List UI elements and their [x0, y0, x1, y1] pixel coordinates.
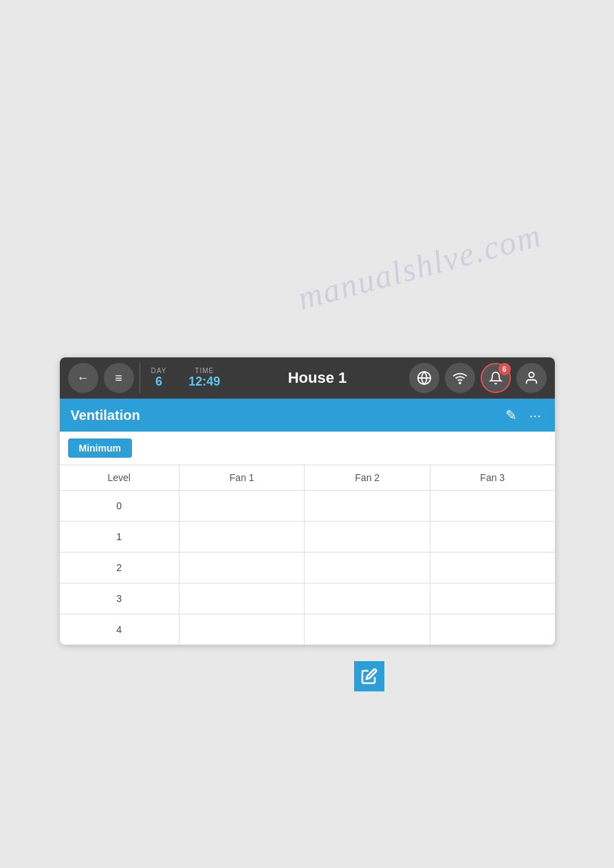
globe-button[interactable]	[409, 363, 439, 393]
house-title: House 1	[231, 369, 403, 387]
table-header-row: Level Fan 1 Fan 2 Fan 3	[60, 465, 555, 491]
time-label: TIME	[195, 367, 214, 375]
tab-row: Minimum	[60, 432, 555, 465]
more-button[interactable]: ···	[527, 406, 544, 425]
top-bar-icons: 6	[409, 363, 547, 393]
fan1-4[interactable]	[179, 614, 305, 645]
fan1-0[interactable]	[179, 491, 305, 522]
fan2-3[interactable]	[305, 583, 430, 614]
day-block: DAY 6	[146, 367, 173, 389]
table-row: 3	[60, 583, 555, 614]
notification-button[interactable]: 6	[481, 363, 511, 393]
fan2-4[interactable]	[305, 614, 430, 645]
table-row: 2	[60, 553, 555, 583]
fan2-0[interactable]	[305, 491, 430, 522]
user-button[interactable]	[516, 363, 547, 393]
section-header: Ventilation ✎ ···	[60, 399, 555, 432]
level-4: 4	[60, 614, 179, 645]
level-3: 3	[60, 583, 179, 614]
fan3-2[interactable]	[430, 553, 554, 583]
svg-point-2	[459, 382, 461, 383]
day-time-wrapper: DAY 6 TIME 12:49	[146, 367, 226, 389]
svg-point-3	[529, 372, 534, 377]
edit-button[interactable]: ✎	[503, 405, 520, 425]
time-value: 12:49	[188, 375, 220, 389]
level-1: 1	[60, 522, 179, 553]
ventilation-table: Level Fan 1 Fan 2 Fan 3 0 1	[60, 465, 555, 645]
day-value: 6	[155, 375, 162, 389]
fan3-3[interactable]	[430, 583, 554, 614]
level-2: 2	[60, 553, 179, 583]
wifi-button[interactable]	[445, 363, 475, 393]
notification-badge: 6	[498, 363, 511, 375]
table-row: 4	[60, 614, 555, 645]
fan3-0[interactable]	[430, 491, 554, 522]
device-container: ← ≡ DAY 6 TIME 12:49 House 1	[60, 357, 555, 645]
day-label: DAY	[151, 367, 167, 375]
fan2-2[interactable]	[305, 553, 430, 583]
fan1-3[interactable]	[179, 583, 305, 614]
menu-button[interactable]: ≡	[104, 363, 134, 393]
fan2-1[interactable]	[305, 522, 430, 553]
watermark: manualshlve.com	[294, 216, 546, 317]
fan3-1[interactable]	[430, 522, 554, 553]
top-bar: ← ≡ DAY 6 TIME 12:49 House 1	[60, 357, 555, 399]
divider	[140, 363, 140, 393]
table-row: 1	[60, 522, 555, 553]
level-0: 0	[60, 491, 179, 522]
page-wrapper: manualshlve.com ← ≡ DAY 6 TIME 12:49 Hou…	[0, 0, 614, 868]
table-row: 0	[60, 491, 555, 522]
edit-icon-box[interactable]	[354, 661, 384, 691]
col-fan3: Fan 3	[430, 465, 554, 491]
back-button[interactable]: ←	[68, 363, 98, 393]
tab-minimum[interactable]: Minimum	[68, 438, 132, 458]
fan1-2[interactable]	[179, 553, 305, 583]
section-actions: ✎ ···	[503, 405, 544, 425]
col-fan1: Fan 1	[179, 465, 305, 491]
fan3-4[interactable]	[430, 614, 554, 645]
time-block: TIME 12:49	[183, 367, 226, 389]
col-fan2: Fan 2	[305, 465, 430, 491]
fan1-1[interactable]	[179, 522, 305, 553]
section-title: Ventilation	[71, 408, 140, 423]
col-level: Level	[60, 465, 179, 491]
